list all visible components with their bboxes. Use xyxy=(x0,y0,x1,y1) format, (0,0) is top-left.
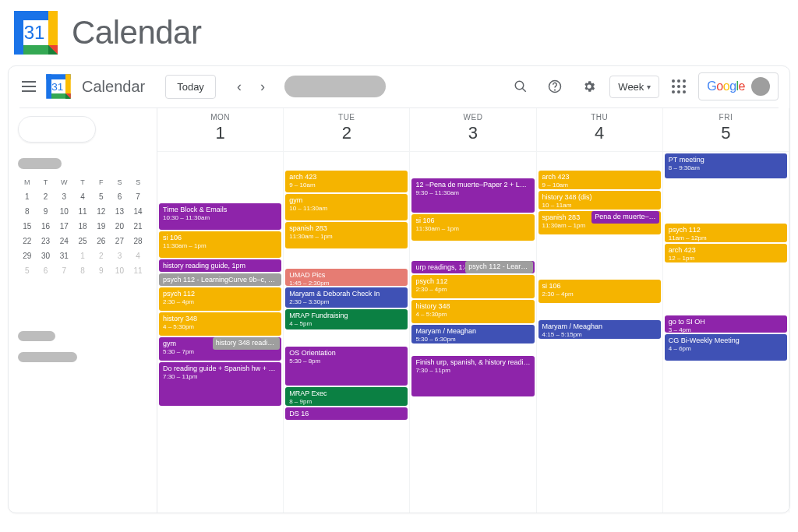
sidebar-input-placeholder[interactable] xyxy=(18,298,127,314)
calendar-event[interactable]: MRAP Fundraising4 – 5pm xyxy=(285,309,408,329)
create-button[interactable] xyxy=(18,116,96,143)
calendar-event[interactable]: Do reading guide + Spanish hw + Paper ou… xyxy=(159,362,281,406)
calendar-logo-small: 31 xyxy=(44,72,72,100)
month-label-placeholder xyxy=(18,158,62,169)
calendar-event[interactable]: arch 42312 – 1pm xyxy=(665,244,787,262)
search-icon[interactable] xyxy=(511,77,530,96)
day-column[interactable]: PT meeting8 – 9:30ampsych 11211am – 12pm… xyxy=(663,151,789,513)
app-header: 31 Calendar Today ‹ › Week ▾ Google xyxy=(9,66,789,107)
calendar-event[interactable]: spanish 28311:30am – 1pm xyxy=(285,222,408,248)
settings-icon[interactable] xyxy=(580,77,598,96)
calendar-event[interactable]: PT meeting8 – 9:30am xyxy=(665,153,787,178)
calendar-event[interactable]: si 10611:30am – 1pm xyxy=(159,231,281,258)
calendar-event[interactable]: arch 4239 – 10am xyxy=(538,171,661,189)
svg-rect-3 xyxy=(48,11,58,45)
day-column[interactable]: 12 –Pena de muerte–Paper 2 + Learning Cu… xyxy=(410,151,536,513)
calendar-event[interactable]: go to SI OH3 – 4pm xyxy=(665,315,787,333)
calendar-event[interactable]: Finish urp, spanish, & history readings7… xyxy=(411,356,534,396)
svg-text:31: 31 xyxy=(24,22,45,43)
calendar-event[interactable]: gym10 – 11:30am xyxy=(285,194,408,220)
mini-calendar[interactable]: MTWTFSS 12345678910111213141516171819202… xyxy=(18,178,147,275)
svg-point-16 xyxy=(516,81,524,90)
view-label: Week xyxy=(618,81,644,93)
day-header[interactable]: TUE2 xyxy=(284,108,410,151)
calendar-event[interactable]: history 3484 – 5:30pm xyxy=(411,300,534,323)
week-nav: ‹ › xyxy=(228,76,274,97)
avatar xyxy=(751,77,770,96)
calendar-event[interactable]: 12 –Pena de muerte–Paper 2 + Learning Cu… xyxy=(411,178,534,213)
calendar-event[interactable]: arch 4239 – 10am xyxy=(285,171,408,192)
calendar-event[interactable]: Maryam & Deborah Check In2:30 – 3:30pm xyxy=(285,287,408,308)
calendar-event[interactable]: si 10611:30am – 1pm xyxy=(411,214,534,241)
calendar-event[interactable]: history 348 reading + xyxy=(213,337,280,350)
calendar-event[interactable]: history 3484 – 5:30pm xyxy=(159,312,281,336)
next-icon[interactable]: › xyxy=(252,76,274,97)
calendar-event[interactable]: psych 112 - Learning xyxy=(465,261,532,273)
day-column[interactable]: arch 4239 – 10amhistory 348 (dis)10 – 11… xyxy=(537,151,663,513)
menu-icon[interactable] xyxy=(19,77,38,96)
mini-cal-headers: MTWTFSS xyxy=(18,178,147,186)
day-header[interactable]: FRI5 xyxy=(663,108,789,151)
sidebar: MTWTFSS 12345678910111213141516171819202… xyxy=(9,108,157,513)
app-body: MTWTFSS 12345678910111213141516171819202… xyxy=(9,108,789,513)
today-button[interactable]: Today xyxy=(165,75,216,99)
day-columns: Time Block & Emails10:30 – 11:30amsi 106… xyxy=(157,151,789,513)
calendar-event[interactable]: Pena de muerte–Pap xyxy=(591,211,659,224)
banner-title: Calendar xyxy=(72,14,201,51)
svg-rect-2 xyxy=(14,11,23,55)
sidebar-section-placeholder xyxy=(18,331,55,341)
day-headers: MON1TUE2WED3THU4FRI5 xyxy=(157,108,789,151)
calendar-event[interactable]: si 1062:30 – 4pm xyxy=(538,280,661,303)
svg-point-19 xyxy=(555,90,556,90)
calendar-event[interactable]: CG Bi-Weekly Meeting4 – 6pm xyxy=(665,334,787,361)
calendar-event[interactable]: psych 11211am – 12pm xyxy=(665,224,787,242)
account-switcher[interactable]: Google xyxy=(698,72,779,100)
week-grid: MON1TUE2WED3THU4FRI5 Time Block & Emails… xyxy=(157,108,789,513)
svg-text:31: 31 xyxy=(51,81,63,93)
calendar-event[interactable]: history 348 (dis)10 – 11am xyxy=(538,191,661,210)
help-icon[interactable] xyxy=(546,77,564,96)
svg-line-17 xyxy=(523,88,527,92)
day-header[interactable]: WED3 xyxy=(410,108,536,151)
app-title: Calendar xyxy=(82,78,145,96)
day-column[interactable]: arch 4239 – 10amgym10 – 11:30amspanish 2… xyxy=(284,151,410,513)
calendar-event[interactable]: Maryam / Meaghan4:15 – 5:15pm xyxy=(538,320,661,339)
calendar-event[interactable]: Maryam / Meaghan5:30 – 6:30pm xyxy=(411,325,534,344)
svg-rect-11 xyxy=(65,74,71,93)
google-logo-text: Google xyxy=(707,79,745,93)
calendar-event[interactable]: Time Block & Emails10:30 – 11:30am xyxy=(159,203,281,230)
calendar-event[interactable]: OS Orientation5:30 – 8pm xyxy=(285,347,408,386)
calendar-event[interactable]: history reading guide, 1pm xyxy=(159,259,281,272)
calendar-app: 31 Calendar Today ‹ › Week ▾ Google xyxy=(8,65,790,513)
calendar-event[interactable]: psych 1122:30 – 4pm xyxy=(159,287,281,311)
product-banner: 31 Calendar xyxy=(0,0,798,65)
calendar-event[interactable]: DS 16 xyxy=(285,407,408,420)
calendar-event[interactable]: psych 1122:30 – 4pm xyxy=(411,275,534,298)
day-header[interactable]: THU4 xyxy=(537,108,663,151)
chevron-down-icon: ▾ xyxy=(647,83,651,91)
prev-icon[interactable]: ‹ xyxy=(228,76,250,97)
svg-rect-10 xyxy=(46,74,51,99)
calendar-event[interactable]: UMAD Pics1:45 – 2:30pm xyxy=(285,269,408,286)
day-column[interactable]: Time Block & Emails10:30 – 11:30amsi 106… xyxy=(157,151,284,513)
date-range-placeholder xyxy=(284,76,386,97)
sidebar-section-placeholder xyxy=(18,352,77,362)
calendar-logo-large: 31 xyxy=(11,8,61,58)
calendar-event[interactable]: MRAP Exec8 – 9pm xyxy=(285,387,408,406)
view-select[interactable]: Week ▾ xyxy=(609,76,659,98)
apps-icon[interactable] xyxy=(672,79,686,93)
calendar-event[interactable]: psych 112 - LearningCurve 9b–c, 2pm xyxy=(159,273,281,286)
day-header[interactable]: MON1 xyxy=(157,108,284,151)
